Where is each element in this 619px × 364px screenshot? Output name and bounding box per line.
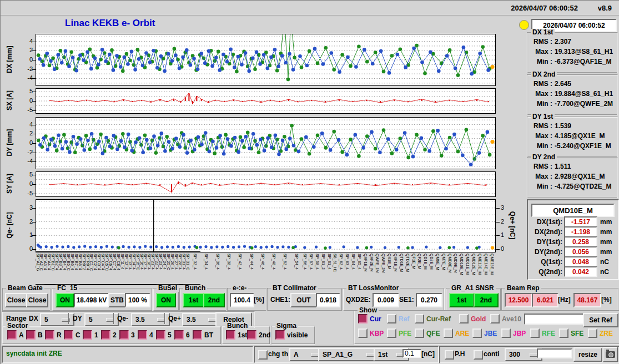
stats-group-title: DX 1st (531, 29, 555, 36)
show-checkbox-label: ARE (455, 330, 469, 337)
resize-button[interactable]: resize (573, 347, 602, 362)
stats-max-row: Max :4.185@QX1E_M (530, 132, 605, 140)
bunch-select-title: Bunch (225, 322, 249, 330)
show-checkbox-are[interactable]: ARE (444, 328, 469, 338)
sector-checkbox-label: R (57, 331, 62, 339)
x-axis-bpm-label: SP_B3_4 (59, 254, 63, 270)
stats-max-label: Max : (530, 173, 552, 180)
stats-rms-label: RMS : (530, 38, 552, 46)
sector-checkbox-r[interactable]: R (45, 330, 62, 340)
set-ref-button[interactable]: Set Ref (583, 313, 618, 327)
page-title: Linac KEKB e- Orbit (65, 18, 155, 29)
qe-plot[interactable]: 33221100 (36, 199, 496, 252)
bunch-checkbox-1st[interactable]: 1st (226, 330, 247, 340)
busel-on-button[interactable]: ON (156, 293, 176, 307)
stats-group-title: DY 2nd (531, 154, 557, 161)
x-axis-bpm-label: SP_B4_4 (63, 254, 67, 270)
x-axis-bpm-label: SP_B7_4 (74, 254, 78, 270)
ref-file-input[interactable] (524, 314, 584, 325)
x-axis-bpm-label: QAF1E_M (364, 254, 368, 272)
sector-checkbox-1[interactable]: 1 (83, 330, 98, 340)
beam-gate-close-2-button[interactable]: Close (26, 293, 48, 307)
dx-plot[interactable]: 420-2-4 (36, 34, 496, 86)
stats-min-row: Min :-6.373@QAF1E_M (530, 58, 611, 65)
gr-a1-2nd-button[interactable]: 2nd (474, 293, 499, 307)
ph-label: P.H (455, 350, 465, 358)
sector-checkbox-label: BT (204, 331, 213, 339)
bunch-2nd-button[interactable]: 2nd (203, 293, 225, 307)
sector-checkbox-6[interactable]: 6 (174, 330, 190, 340)
gr-a1-1st-button[interactable]: 1st (449, 293, 474, 307)
separator (113, 313, 114, 324)
y-tick-mark (32, 125, 36, 125)
fc15-stb-button[interactable]: STB (108, 293, 126, 307)
show-checkbox-qfe[interactable]: QFE (415, 328, 440, 338)
checkbox-icon (275, 330, 285, 340)
bt-lossmonitor-title: BT LossMonitor (346, 285, 400, 292)
x-axis-bpm-label: SP_65_4 (358, 254, 361, 270)
chg-th-label: chg th (268, 350, 288, 358)
show-checkbox-zre[interactable]: ZRE (588, 328, 613, 338)
sector-checkbox-c[interactable]: C (64, 330, 80, 340)
checkbox-icon (83, 330, 92, 340)
sy-plot[interactable]: 50-5 (36, 171, 496, 197)
y-tick-label: -2 (19, 149, 33, 155)
show-checkbox-rfe[interactable]: RFE (530, 328, 555, 338)
threshold-value-input[interactable] (402, 349, 421, 358)
sector-title: Sector (6, 322, 29, 330)
sector-checkbox-3[interactable]: 3 (119, 330, 135, 340)
show-checkbox-sfe[interactable]: SFE (559, 328, 583, 338)
y-tick-mark (32, 50, 36, 51)
ph-checkbox[interactable] (445, 350, 454, 360)
checkbox-icon (415, 314, 424, 323)
x-axis-bpm-label: SP_32_4 (193, 254, 197, 270)
bpm-row: Q(2nd):0.042nC (529, 267, 616, 276)
y-tick-label: 3 (19, 204, 33, 211)
free-text-input[interactable] (537, 348, 572, 358)
fc15-on-button[interactable]: ON (56, 293, 74, 307)
stats-rms-row: RMS :2.645 (530, 80, 571, 88)
application-window: 2026/04/07 06:00:52 v8.9 Linac KEKB e- O… (0, 0, 619, 364)
chg-th-checkbox[interactable] (258, 350, 268, 360)
sigma-checkbox-visible[interactable]: visible (275, 330, 308, 340)
show-checkbox-jbe[interactable]: JBE (472, 328, 497, 338)
sector-checkbox-5[interactable]: 5 (156, 330, 172, 340)
bpm-select[interactable]: SP_A1_G (318, 348, 379, 361)
checkbox-icon (247, 330, 256, 340)
bunch-checkbox-2nd[interactable]: 2nd (247, 330, 270, 340)
x-axis-bpm-label: SP_48_4 (272, 254, 276, 270)
checkbox-icon (415, 328, 424, 338)
sector-checkbox-a[interactable]: A (7, 330, 24, 340)
stats-min-row: Min :-7.700@QWFE_2M (530, 100, 613, 108)
checkbox-icon (174, 330, 184, 340)
sector-checkbox-2[interactable]: 2 (101, 330, 117, 340)
stats-min-value: -6.373@QAF1E_M (555, 58, 611, 65)
show-checkbox-ref[interactable]: Ref (387, 314, 409, 323)
bunch-1st-button[interactable]: 1st (183, 293, 204, 307)
y-tick-mark (32, 134, 36, 134)
y-tick-label: 2 (19, 130, 33, 136)
show-checkbox-kbp[interactable]: KBP (358, 328, 384, 338)
screenshot-button[interactable] (602, 347, 618, 362)
bpm-row-value: -1.517 (564, 216, 597, 227)
x-axis-bpm-label: QMD12E_M (472, 254, 476, 275)
show-checkbox-cur-ref[interactable]: Cur-Ref (415, 314, 451, 323)
x-axis-bpm-label: SP_31_4 (182, 254, 186, 270)
top-bar: 2026/04/07 06:00:52 v8.9 (1, 1, 619, 16)
show-checkbox-pfe[interactable]: PFE (387, 328, 411, 338)
sector-checkbox-4[interactable]: 4 (138, 330, 153, 340)
status-message-panel: syncdata init ZRE (2, 346, 254, 363)
x-axis-bpm-label: QAF2E_M (370, 254, 374, 272)
sector-checkbox-b[interactable]: B (26, 330, 43, 340)
sector-checkbox-bt[interactable]: BT (193, 330, 213, 340)
show-checkbox-cur[interactable]: Cur (358, 314, 381, 323)
checkbox-icon (101, 330, 110, 340)
conti-checkbox[interactable] (474, 350, 483, 360)
show-checkbox-ave10[interactable]: Ave10 (490, 314, 521, 323)
show-checkbox-jbp[interactable]: JBP (501, 328, 526, 338)
dy-plot[interactable]: 420-2-4 (36, 117, 496, 169)
che1-state-button[interactable]: OUT (290, 293, 317, 307)
sx-plot[interactable]: 50-5 (36, 88, 496, 114)
show-checkbox-gold[interactable]: Gold (459, 314, 486, 323)
beam-gate-close-1-button[interactable]: Close (5, 293, 27, 307)
